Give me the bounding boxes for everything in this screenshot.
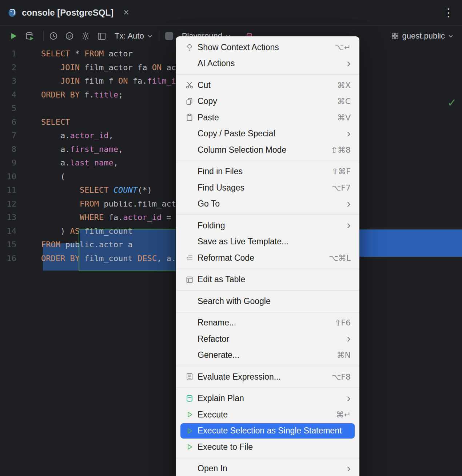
settings-button[interactable] xyxy=(81,30,90,42)
menu-item-reformat-code[interactable]: Reformat Code⌥⌘L xyxy=(176,250,359,266)
menu-icon-slot xyxy=(185,183,194,192)
code-text: a.actor_id, xyxy=(16,131,113,140)
line-number: 3 xyxy=(0,74,16,88)
menu-item-label: Save as Live Template... xyxy=(198,237,288,247)
line-number: 2 xyxy=(0,61,16,75)
menu-item-label: AI Actions xyxy=(198,59,235,68)
menu-separator xyxy=(176,458,359,458)
menu-item-rename[interactable]: Rename...⇧F6 xyxy=(176,315,359,331)
menu-icon-slot xyxy=(185,237,194,246)
menu-item-label: Edit as Table xyxy=(198,275,245,284)
line-number: 6 xyxy=(0,115,16,129)
submenu-arrow-icon: › xyxy=(347,57,351,69)
menu-icon-slot xyxy=(185,200,194,208)
execute-icon xyxy=(185,443,194,451)
menu-item-label: Refactor xyxy=(198,334,229,344)
submenu-arrow-icon: › xyxy=(347,462,351,474)
menu-item-copy-paste-special[interactable]: Copy / Paste Special› xyxy=(176,126,359,142)
explain-plan-icon xyxy=(185,394,194,403)
menu-item-cut[interactable]: Cut⌘X xyxy=(176,77,359,93)
menu-item-find-usages[interactable]: Find Usages⌥F7 xyxy=(176,180,359,196)
submenu-arrow-icon: › xyxy=(347,392,351,404)
menu-item-shortcut: ⌘X xyxy=(337,81,351,90)
menu-item-explain-plan[interactable]: Explain Plan› xyxy=(176,391,359,407)
code-text: FROM public.film_act xyxy=(16,199,176,208)
menu-item-ai-actions[interactable]: AI Actions› xyxy=(176,56,359,72)
layout-button[interactable] xyxy=(97,30,107,42)
chevron-down-icon xyxy=(147,35,152,38)
menu-item-paste[interactable]: Paste⌘V xyxy=(176,109,359,126)
menu-item-copy[interactable]: Copy⌘C xyxy=(176,93,359,110)
stop-button[interactable] xyxy=(165,30,173,42)
line-number: 16 xyxy=(0,252,16,265)
title-bar: console [PostgreSQL] × ⋮ xyxy=(0,0,462,25)
line-number: 9 xyxy=(0,156,16,170)
menu-item-save-as-live-template[interactable]: Save as Live Template... xyxy=(176,234,359,250)
menu-item-label: Find Usages xyxy=(198,183,244,193)
menu-separator xyxy=(176,366,359,366)
menu-item-evaluate-expression[interactable]: Evaluate Expression...⌥F8 xyxy=(176,369,359,385)
tx-mode-label: Tx: Auto xyxy=(115,31,144,41)
menu-item-go-to[interactable]: Go To› xyxy=(176,196,359,212)
tx-mode-dropdown[interactable]: Tx: Auto xyxy=(115,31,152,41)
menu-icon-slot xyxy=(185,59,194,68)
schema-label: guest.public xyxy=(402,31,445,41)
menu-item-label: Find in Files xyxy=(198,167,243,176)
menu-item-label: Reformat Code xyxy=(198,253,254,263)
menu-item-label: Show Context Actions xyxy=(198,43,279,52)
copy-icon xyxy=(185,97,194,106)
code-text: WHERE fa.actor_id = xyxy=(16,213,171,222)
menu-item-refactor[interactable]: Refactor› xyxy=(176,331,359,347)
line-number: 8 xyxy=(0,143,16,156)
stop-icon xyxy=(165,32,173,40)
schema-grid-icon xyxy=(391,32,399,40)
execute-icon xyxy=(185,410,194,419)
submenu-arrow-icon: › xyxy=(347,197,351,209)
profiler-button[interactable]: p xyxy=(65,30,74,42)
success-check-icon: ✓ xyxy=(447,96,457,109)
menu-icon-slot xyxy=(185,297,194,305)
menu-item-shortcut: ⌥F8 xyxy=(332,372,351,381)
context-menu: Show Context Actions⌥↵AI Actions›Cut⌘XCo… xyxy=(176,36,359,476)
menu-item-execute[interactable]: Execute⌘↵ xyxy=(176,407,359,423)
execute-database-button[interactable] xyxy=(25,30,35,42)
menu-item-shortcut: ⌘C xyxy=(337,97,351,106)
history-button[interactable] xyxy=(49,30,58,42)
close-icon[interactable]: × xyxy=(123,8,129,17)
menu-item-open-in[interactable]: Open In› xyxy=(176,461,359,476)
menu-item-edit-as-table[interactable]: Edit as Table xyxy=(176,272,359,288)
menu-item-show-context-actions[interactable]: Show Context Actions⌥↵ xyxy=(176,39,359,56)
menu-item-label: Execute xyxy=(198,410,228,420)
menu-item-label: Explain Plan xyxy=(198,393,244,403)
menu-item-folding[interactable]: Folding› xyxy=(176,217,359,234)
menu-item-find-in-files[interactable]: Find in Files⇧⌘F xyxy=(176,164,359,180)
menu-item-execute-to-file[interactable]: Execute to File xyxy=(176,439,359,455)
toolbar-divider xyxy=(160,31,160,41)
menu-item-label: Execute to File xyxy=(198,442,253,452)
menu-separator xyxy=(176,269,359,269)
menu-item-label: Evaluate Expression... xyxy=(198,372,281,382)
lamp-icon xyxy=(185,43,194,52)
run-button[interactable] xyxy=(9,30,18,42)
line-number: 1 xyxy=(0,47,16,61)
code-text: a.last_name, xyxy=(16,158,118,167)
menu-item-execute-selection-as-single-statement[interactable]: Execute Selection as Single Statement xyxy=(176,423,359,439)
menu-item-generate[interactable]: Generate...⌘N xyxy=(176,347,359,364)
line-number: 15 xyxy=(0,238,16,252)
ide-window: console [PostgreSQL] × ⋮ p xyxy=(0,0,462,476)
menu-icon-slot xyxy=(185,129,194,138)
tab-console-postgresql[interactable]: console [PostgreSQL] × xyxy=(7,0,129,25)
menu-item-search-with-google[interactable]: Search with Google xyxy=(176,293,359,309)
menu-item-label: Generate... xyxy=(198,350,239,360)
menu-separator xyxy=(176,74,359,75)
code-text xyxy=(16,104,41,113)
menu-item-column-selection-mode[interactable]: Column Selection Mode⇧⌘8 xyxy=(176,142,359,158)
menu-item-label: Search with Google xyxy=(198,296,271,306)
menu-item-shortcut: ⌥⌘L xyxy=(329,253,351,263)
kebab-menu-icon[interactable]: ⋮ xyxy=(443,7,454,18)
menu-item-label: Cut xyxy=(198,80,211,90)
schema-selector-dropdown[interactable]: guest.public xyxy=(391,31,453,41)
line-number: 5 xyxy=(0,101,16,115)
postgresql-icon xyxy=(7,8,17,17)
code-text: ( xyxy=(16,172,65,181)
